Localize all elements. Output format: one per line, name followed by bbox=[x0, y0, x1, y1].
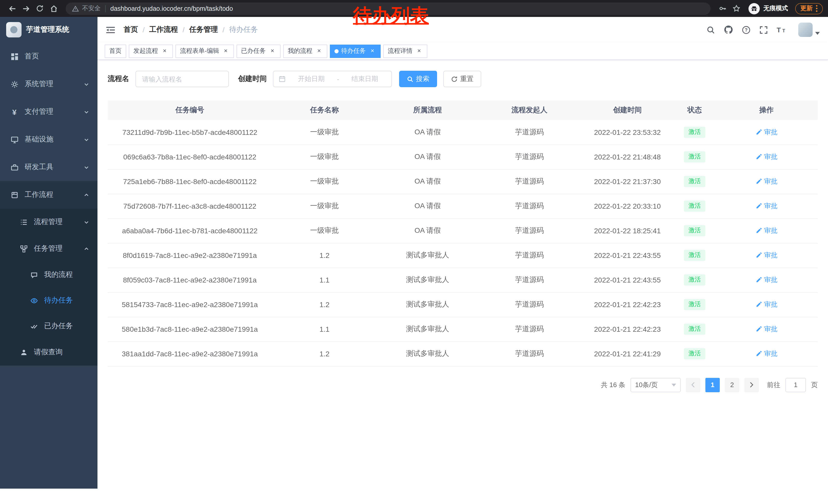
key-icon[interactable] bbox=[716, 2, 730, 15]
breadcrumb-workflow[interactable]: 工作流程 bbox=[149, 25, 178, 34]
sidebar-item-done-task[interactable]: 已办任务 bbox=[0, 313, 97, 339]
tab-close-icon[interactable]: × bbox=[316, 47, 323, 55]
approve-link[interactable]: 审批 bbox=[755, 251, 778, 260]
tab-item-0[interactable]: 首页 bbox=[105, 44, 126, 58]
user-menu[interactable] bbox=[798, 22, 820, 37]
tab-close-icon[interactable]: × bbox=[222, 47, 229, 55]
task-icon bbox=[19, 244, 28, 253]
tab-close-icon[interactable]: × bbox=[416, 47, 423, 55]
sidebar-item-payment[interactable]: ¥支付管理 bbox=[0, 98, 97, 126]
browser-update-button[interactable]: 更新 bbox=[795, 3, 823, 14]
tab-item-3[interactable]: 已办任务× bbox=[237, 44, 281, 58]
process-cell: OA 请假 bbox=[377, 218, 478, 243]
breadcrumb-task-mgmt[interactable]: 任务管理 bbox=[189, 25, 218, 34]
starter-cell: 芋道源码 bbox=[478, 317, 581, 341]
user-icon bbox=[19, 348, 28, 356]
goto-page-input[interactable] bbox=[785, 378, 806, 392]
sidebar-item-label: 系统管理 bbox=[25, 80, 84, 89]
table-row: 8f059c03-7ac8-11ec-a9e2-a2380e71991a1.1测… bbox=[108, 268, 818, 292]
task-id-cell: 8f0d1619-7ac8-11ec-a9e2-a2380e71991a bbox=[108, 243, 272, 268]
tab-close-icon[interactable]: × bbox=[269, 47, 276, 55]
search-button[interactable]: 搜索 bbox=[399, 71, 437, 87]
reset-button[interactable]: 重置 bbox=[443, 71, 481, 87]
github-icon[interactable] bbox=[724, 25, 733, 34]
home-icon[interactable] bbox=[47, 2, 60, 15]
tab-item-2[interactable]: 流程表单-编辑× bbox=[175, 44, 234, 58]
sidebar: 芋道管理系统 首页系统管理¥支付管理基础设施研发工具工作流程流程管理任务管理我的… bbox=[0, 17, 97, 489]
forward-icon[interactable] bbox=[19, 2, 33, 15]
approve-link[interactable]: 审批 bbox=[755, 349, 778, 358]
reload-icon[interactable] bbox=[33, 2, 47, 15]
address-bar[interactable]: 不安全 dashboard.yudao.iocoder.cn/bpm/task/… bbox=[66, 2, 710, 15]
starter-cell: 芋道源码 bbox=[478, 243, 581, 268]
tab-item-6[interactable]: 流程详情× bbox=[383, 44, 427, 58]
done-icon bbox=[30, 322, 38, 330]
sidebar-item-process-mgmt[interactable]: 流程管理 bbox=[0, 209, 97, 235]
top-navbar: 首页 / 工作流程 / 任务管理 / 待办任务 ? bbox=[97, 17, 828, 43]
action-cell: 审批 bbox=[715, 317, 818, 341]
action-cell: 审批 bbox=[715, 120, 818, 145]
security-warning-icon bbox=[72, 5, 79, 12]
sidebar-item-task-mgmt[interactable]: 任务管理 bbox=[0, 235, 97, 262]
starter-cell: 芋道源码 bbox=[478, 341, 581, 366]
tab-item-5[interactable]: 待办任务× bbox=[330, 44, 381, 58]
sidebar-item-infrastructure[interactable]: 基础设施 bbox=[0, 126, 97, 153]
sidebar-item-system[interactable]: 系统管理 bbox=[0, 70, 97, 98]
action-cell: 审批 bbox=[715, 268, 818, 292]
breadcrumb-home[interactable]: 首页 bbox=[124, 25, 138, 34]
tab-label: 已办任务 bbox=[241, 47, 266, 55]
incognito-label: 无痕模式 bbox=[763, 4, 788, 13]
sidebar-item-todo-task[interactable]: 待办任务 bbox=[0, 288, 97, 313]
hamburger-icon[interactable] bbox=[106, 25, 115, 35]
date-range-picker[interactable]: 开始日期 - 结束日期 bbox=[273, 71, 392, 87]
approve-link[interactable]: 审批 bbox=[755, 201, 778, 211]
approve-link[interactable]: 审批 bbox=[755, 275, 778, 284]
approve-link-label: 审批 bbox=[764, 152, 778, 162]
approve-link[interactable]: 审批 bbox=[755, 177, 778, 186]
table-row: 381aa1dd-7ac8-11ec-a9e2-a2380e71991a1.2测… bbox=[108, 341, 818, 366]
font-size-icon[interactable]: TT bbox=[777, 26, 787, 34]
bookmark-star-icon[interactable] bbox=[730, 2, 743, 15]
create-time-cell: 2022-01-22 23:53:32 bbox=[581, 120, 674, 145]
page-size-select[interactable]: 10条/页 bbox=[630, 378, 681, 392]
create-time-cell: 2022-01-22 20:33:10 bbox=[581, 194, 674, 218]
status-badge: 激活 bbox=[684, 200, 705, 212]
yen-icon: ¥ bbox=[10, 108, 18, 116]
back-icon[interactable] bbox=[5, 2, 19, 15]
page-button-2[interactable]: 2 bbox=[725, 378, 739, 392]
chevron-down-icon bbox=[84, 109, 89, 114]
edit-icon bbox=[755, 227, 762, 234]
task-name-cell: 1.1 bbox=[272, 268, 377, 292]
process-cell: 测试多审批人 bbox=[377, 243, 478, 268]
sidebar-item-leave-query[interactable]: 请假查询 bbox=[0, 339, 97, 366]
column-header-2: 所属流程 bbox=[377, 100, 478, 120]
next-page-button[interactable] bbox=[744, 378, 759, 392]
tab-close-icon[interactable]: × bbox=[161, 47, 168, 55]
table-row: 580e1b3d-7ac8-11ec-a9e2-a2380e71991a1.1测… bbox=[108, 317, 818, 341]
browser-menu-icon[interactable] bbox=[816, 5, 818, 12]
help-icon[interactable]: ? bbox=[742, 26, 750, 34]
tab-close-icon[interactable]: × bbox=[369, 47, 376, 55]
sidebar-item-devtools[interactable]: 研发工具 bbox=[0, 153, 97, 181]
app-logo[interactable]: 芋道管理系统 bbox=[0, 17, 97, 43]
sidebar-item-home[interactable]: 首页 bbox=[0, 43, 97, 70]
action-cell: 审批 bbox=[715, 218, 818, 243]
prev-page-button[interactable] bbox=[686, 378, 700, 392]
page-content: 流程名 创建时间 开始日期 - 结束日期 搜索 bbox=[97, 60, 828, 489]
search-icon[interactable] bbox=[706, 26, 715, 34]
tab-item-4[interactable]: 我的流程× bbox=[283, 44, 327, 58]
page-button-1[interactable]: 1 bbox=[705, 378, 720, 392]
sidebar-item-my-process[interactable]: 我的流程 bbox=[0, 262, 97, 288]
approve-link[interactable]: 审批 bbox=[755, 152, 778, 162]
process-name-input[interactable] bbox=[135, 71, 229, 87]
approve-link[interactable]: 审批 bbox=[755, 127, 778, 137]
approve-link[interactable]: 审批 bbox=[755, 226, 778, 235]
sidebar-item-workflow[interactable]: 工作流程 bbox=[0, 181, 97, 209]
approve-link[interactable]: 审批 bbox=[755, 300, 778, 309]
tab-item-1[interactable]: 发起流程× bbox=[129, 44, 173, 58]
task-name-cell: 1.2 bbox=[272, 243, 377, 268]
status-badge: 激活 bbox=[684, 299, 705, 310]
fullscreen-icon[interactable] bbox=[759, 26, 768, 34]
tab-label: 流程表单-编辑 bbox=[180, 47, 219, 55]
approve-link[interactable]: 审批 bbox=[755, 325, 778, 334]
